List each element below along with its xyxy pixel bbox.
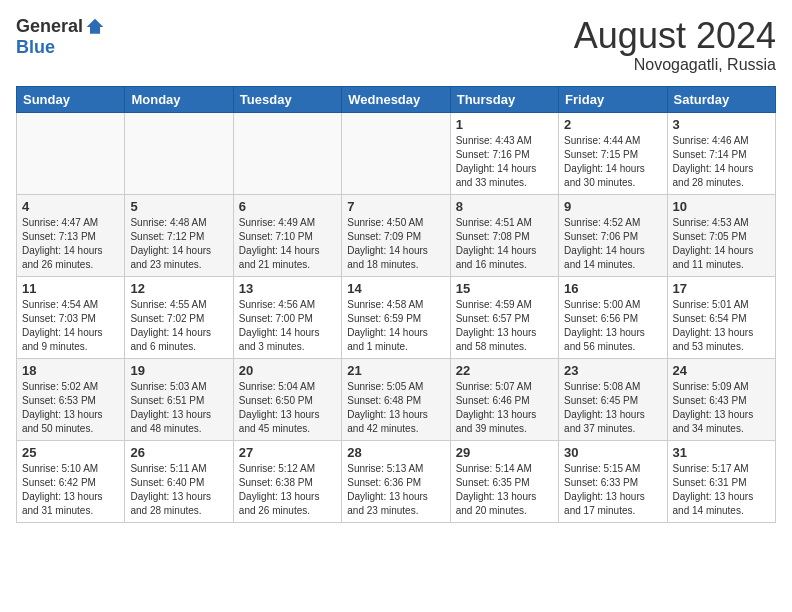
day-number: 18 [22,363,119,378]
day-info: Sunrise: 5:11 AMSunset: 6:40 PMDaylight:… [130,462,227,518]
day-info: Sunrise: 5:12 AMSunset: 6:38 PMDaylight:… [239,462,336,518]
calendar-cell: 25Sunrise: 5:10 AMSunset: 6:42 PMDayligh… [17,440,125,522]
day-number: 8 [456,199,553,214]
day-info: Sunrise: 4:44 AMSunset: 7:15 PMDaylight:… [564,134,661,190]
day-info: Sunrise: 5:10 AMSunset: 6:42 PMDaylight:… [22,462,119,518]
day-info: Sunrise: 4:52 AMSunset: 7:06 PMDaylight:… [564,216,661,272]
day-info: Sunrise: 5:07 AMSunset: 6:46 PMDaylight:… [456,380,553,436]
day-number: 21 [347,363,444,378]
calendar-cell: 31Sunrise: 5:17 AMSunset: 6:31 PMDayligh… [667,440,775,522]
day-info: Sunrise: 5:03 AMSunset: 6:51 PMDaylight:… [130,380,227,436]
day-number: 29 [456,445,553,460]
day-number: 17 [673,281,770,296]
day-info: Sunrise: 4:47 AMSunset: 7:13 PMDaylight:… [22,216,119,272]
weekday-header-tuesday: Tuesday [233,86,341,112]
svg-marker-0 [87,18,104,33]
day-info: Sunrise: 5:01 AMSunset: 6:54 PMDaylight:… [673,298,770,354]
day-number: 1 [456,117,553,132]
day-info: Sunrise: 5:08 AMSunset: 6:45 PMDaylight:… [564,380,661,436]
day-number: 22 [456,363,553,378]
day-number: 12 [130,281,227,296]
logo-blue: Blue [16,37,55,58]
calendar-cell: 27Sunrise: 5:12 AMSunset: 6:38 PMDayligh… [233,440,341,522]
calendar-cell [17,112,125,194]
calendar-cell: 22Sunrise: 5:07 AMSunset: 6:46 PMDayligh… [450,358,558,440]
month-year: August 2024 [574,16,776,56]
weekday-header-monday: Monday [125,86,233,112]
day-number: 31 [673,445,770,460]
calendar-cell: 13Sunrise: 4:56 AMSunset: 7:00 PMDayligh… [233,276,341,358]
weekday-header-saturday: Saturday [667,86,775,112]
weekday-header-row: SundayMondayTuesdayWednesdayThursdayFrid… [17,86,776,112]
calendar-cell: 24Sunrise: 5:09 AMSunset: 6:43 PMDayligh… [667,358,775,440]
day-info: Sunrise: 5:09 AMSunset: 6:43 PMDaylight:… [673,380,770,436]
day-info: Sunrise: 5:15 AMSunset: 6:33 PMDaylight:… [564,462,661,518]
day-number: 3 [673,117,770,132]
day-number: 25 [22,445,119,460]
day-number: 26 [130,445,227,460]
location: Novogagatli, Russia [574,56,776,74]
calendar-table: SundayMondayTuesdayWednesdayThursdayFrid… [16,86,776,523]
day-info: Sunrise: 4:56 AMSunset: 7:00 PMDaylight:… [239,298,336,354]
day-info: Sunrise: 4:51 AMSunset: 7:08 PMDaylight:… [456,216,553,272]
weekday-header-friday: Friday [559,86,667,112]
day-number: 27 [239,445,336,460]
calendar-cell: 10Sunrise: 4:53 AMSunset: 7:05 PMDayligh… [667,194,775,276]
day-number: 20 [239,363,336,378]
calendar-cell [342,112,450,194]
calendar-cell [125,112,233,194]
day-info: Sunrise: 5:17 AMSunset: 6:31 PMDaylight:… [673,462,770,518]
calendar-cell: 18Sunrise: 5:02 AMSunset: 6:53 PMDayligh… [17,358,125,440]
calendar-cell: 2Sunrise: 4:44 AMSunset: 7:15 PMDaylight… [559,112,667,194]
day-info: Sunrise: 5:05 AMSunset: 6:48 PMDaylight:… [347,380,444,436]
calendar-cell: 4Sunrise: 4:47 AMSunset: 7:13 PMDaylight… [17,194,125,276]
logo-general: General [16,16,83,37]
day-info: Sunrise: 4:46 AMSunset: 7:14 PMDaylight:… [673,134,770,190]
calendar-cell: 21Sunrise: 5:05 AMSunset: 6:48 PMDayligh… [342,358,450,440]
calendar-cell: 26Sunrise: 5:11 AMSunset: 6:40 PMDayligh… [125,440,233,522]
calendar-cell: 3Sunrise: 4:46 AMSunset: 7:14 PMDaylight… [667,112,775,194]
calendar-week-row: 1Sunrise: 4:43 AMSunset: 7:16 PMDaylight… [17,112,776,194]
day-number: 30 [564,445,661,460]
calendar-cell: 17Sunrise: 5:01 AMSunset: 6:54 PMDayligh… [667,276,775,358]
logo: General Blue [16,16,105,58]
page-header: General Blue August 2024 Novogagatli, Ru… [16,16,776,74]
day-number: 16 [564,281,661,296]
day-number: 5 [130,199,227,214]
calendar-cell: 23Sunrise: 5:08 AMSunset: 6:45 PMDayligh… [559,358,667,440]
day-info: Sunrise: 4:53 AMSunset: 7:05 PMDaylight:… [673,216,770,272]
day-info: Sunrise: 5:14 AMSunset: 6:35 PMDaylight:… [456,462,553,518]
day-number: 11 [22,281,119,296]
day-info: Sunrise: 5:02 AMSunset: 6:53 PMDaylight:… [22,380,119,436]
calendar-week-row: 25Sunrise: 5:10 AMSunset: 6:42 PMDayligh… [17,440,776,522]
calendar-cell: 8Sunrise: 4:51 AMSunset: 7:08 PMDaylight… [450,194,558,276]
calendar-cell: 5Sunrise: 4:48 AMSunset: 7:12 PMDaylight… [125,194,233,276]
day-info: Sunrise: 5:04 AMSunset: 6:50 PMDaylight:… [239,380,336,436]
day-info: Sunrise: 4:55 AMSunset: 7:02 PMDaylight:… [130,298,227,354]
logo-icon [85,17,105,37]
weekday-header-wednesday: Wednesday [342,86,450,112]
day-number: 14 [347,281,444,296]
calendar-week-row: 18Sunrise: 5:02 AMSunset: 6:53 PMDayligh… [17,358,776,440]
day-number: 2 [564,117,661,132]
day-number: 24 [673,363,770,378]
calendar-cell: 20Sunrise: 5:04 AMSunset: 6:50 PMDayligh… [233,358,341,440]
day-number: 9 [564,199,661,214]
day-info: Sunrise: 4:49 AMSunset: 7:10 PMDaylight:… [239,216,336,272]
weekday-header-thursday: Thursday [450,86,558,112]
day-info: Sunrise: 5:00 AMSunset: 6:56 PMDaylight:… [564,298,661,354]
day-info: Sunrise: 4:48 AMSunset: 7:12 PMDaylight:… [130,216,227,272]
day-number: 7 [347,199,444,214]
calendar-cell: 30Sunrise: 5:15 AMSunset: 6:33 PMDayligh… [559,440,667,522]
day-number: 19 [130,363,227,378]
calendar-cell: 12Sunrise: 4:55 AMSunset: 7:02 PMDayligh… [125,276,233,358]
day-number: 4 [22,199,119,214]
calendar-cell: 9Sunrise: 4:52 AMSunset: 7:06 PMDaylight… [559,194,667,276]
day-info: Sunrise: 4:50 AMSunset: 7:09 PMDaylight:… [347,216,444,272]
day-number: 13 [239,281,336,296]
day-number: 6 [239,199,336,214]
day-info: Sunrise: 4:59 AMSunset: 6:57 PMDaylight:… [456,298,553,354]
calendar-cell: 28Sunrise: 5:13 AMSunset: 6:36 PMDayligh… [342,440,450,522]
calendar-cell: 6Sunrise: 4:49 AMSunset: 7:10 PMDaylight… [233,194,341,276]
weekday-header-sunday: Sunday [17,86,125,112]
